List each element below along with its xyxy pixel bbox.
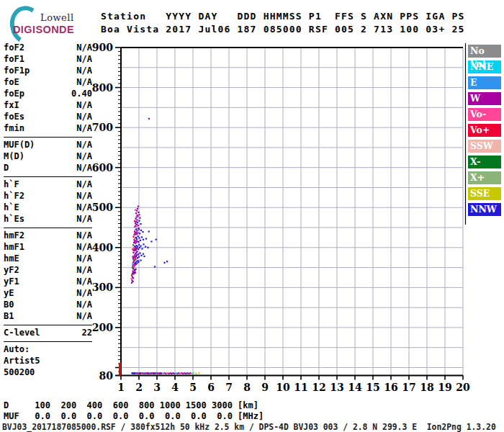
echo-point bbox=[176, 373, 178, 374]
legend-item-vo-: Vo- bbox=[468, 108, 501, 121]
echo-point bbox=[135, 228, 137, 230]
y-axis-label-800: 800 bbox=[92, 82, 113, 94]
echo-point bbox=[189, 372, 191, 374]
echo-point bbox=[135, 218, 136, 220]
echo-point bbox=[142, 231, 143, 233]
echo-point bbox=[135, 221, 137, 222]
echo-point bbox=[135, 272, 136, 274]
echo-point bbox=[141, 248, 143, 249]
ionogram-screen: Lowell DIGISONDE Station YYYY DAY DDD HH… bbox=[0, 0, 504, 432]
echo-point bbox=[136, 262, 138, 264]
echo-point bbox=[161, 372, 162, 374]
legend-item-vo+: Vo+ bbox=[468, 124, 501, 137]
x-axis-label-2: 2 bbox=[135, 382, 143, 393]
echo-point bbox=[140, 240, 141, 241]
echo-point bbox=[143, 239, 144, 240]
echo-point bbox=[136, 219, 138, 220]
echo-point bbox=[140, 255, 142, 256]
legend-item-e: E bbox=[468, 76, 501, 89]
echo-point bbox=[140, 245, 141, 246]
y-axis-label-900: 900 bbox=[92, 42, 113, 53]
echo-point bbox=[166, 261, 168, 262]
echo-point bbox=[138, 220, 140, 221]
echo-point bbox=[132, 256, 133, 257]
echo-point bbox=[138, 244, 140, 246]
echo-point bbox=[150, 240, 152, 242]
y-axis-label-700: 700 bbox=[92, 122, 113, 133]
echo-point bbox=[143, 256, 145, 257]
legend-item-x-: X- bbox=[468, 156, 501, 168]
echo-point bbox=[136, 210, 138, 212]
echo-point bbox=[143, 253, 144, 255]
echo-point bbox=[165, 373, 166, 374]
echo-point bbox=[135, 269, 136, 270]
legend-item-w: W bbox=[468, 92, 501, 105]
fmin-marker bbox=[119, 363, 121, 376]
echo-point bbox=[130, 278, 132, 279]
echo-point bbox=[138, 253, 139, 255]
x-axis-label-17: 17 bbox=[402, 382, 415, 393]
echo-point bbox=[132, 252, 134, 253]
color-legend: No ValNNEEWVo-Vo+SSWX-X+SSENNW bbox=[468, 45, 501, 219]
echo-point bbox=[138, 237, 140, 238]
echo-point bbox=[135, 222, 136, 224]
echo-point bbox=[140, 230, 142, 231]
echo-point bbox=[135, 249, 137, 251]
echo-point bbox=[163, 372, 165, 374]
legend-item-sse: SSE bbox=[468, 187, 501, 200]
echo-point bbox=[136, 254, 138, 256]
echo-point bbox=[136, 223, 138, 225]
echo-point bbox=[137, 208, 138, 210]
y-axis-label-600: 600 bbox=[92, 162, 113, 174]
x-axis-label-18: 18 bbox=[420, 382, 433, 393]
echo-point bbox=[184, 372, 185, 374]
echo-point bbox=[145, 246, 146, 248]
echo-point bbox=[132, 244, 134, 246]
echo-point bbox=[132, 281, 133, 282]
x-axis-label-8: 8 bbox=[243, 382, 251, 393]
echo-point bbox=[139, 233, 140, 234]
y-axis-label-400: 400 bbox=[92, 242, 113, 253]
echo-point bbox=[175, 372, 176, 374]
x-axis-label-10: 10 bbox=[276, 382, 290, 393]
echo-point bbox=[137, 257, 138, 258]
echo-point bbox=[138, 229, 140, 230]
echo-point bbox=[135, 232, 137, 233]
x-axis-label-11: 11 bbox=[294, 382, 307, 393]
y-axis-label-300: 300 bbox=[92, 282, 113, 293]
echo-point bbox=[148, 230, 150, 232]
legend-item-ssw: SSW bbox=[468, 140, 501, 153]
echo-point bbox=[134, 220, 135, 222]
echo-point bbox=[138, 225, 139, 226]
x-axis-label-5: 5 bbox=[189, 382, 197, 393]
x-axis-label-6: 6 bbox=[207, 382, 215, 393]
echo-point bbox=[169, 372, 171, 374]
echo-point bbox=[132, 263, 133, 264]
echo-point bbox=[132, 266, 133, 268]
echo-point bbox=[139, 217, 140, 219]
echo-point bbox=[192, 372, 194, 374]
x-axis-label-12: 12 bbox=[312, 382, 325, 393]
x-axis-label-19: 19 bbox=[438, 382, 451, 393]
echo-point bbox=[138, 212, 139, 213]
echo-point bbox=[145, 238, 147, 239]
echo-point bbox=[139, 252, 140, 253]
echo-point bbox=[137, 215, 138, 217]
echo-point bbox=[179, 373, 181, 374]
echo-point bbox=[148, 118, 150, 120]
y-axis-label-80: 80 bbox=[99, 370, 114, 382]
y-axis-label-200: 200 bbox=[92, 322, 113, 333]
echo-point bbox=[136, 248, 138, 249]
echo-point bbox=[154, 266, 156, 267]
echo-point bbox=[166, 372, 168, 374]
echo-point bbox=[140, 259, 141, 261]
echo-point bbox=[185, 373, 186, 374]
muf-row: MUF 0.0 0.0 0.0 0.0 0.0 0.0 0.0 0.0 [MHz… bbox=[4, 411, 264, 421]
echo-point bbox=[163, 262, 165, 264]
echo-point bbox=[135, 240, 136, 241]
echo-point bbox=[135, 216, 137, 217]
echo-point bbox=[134, 230, 135, 232]
echo-point bbox=[136, 230, 138, 231]
echo-point bbox=[132, 248, 133, 250]
echo-point bbox=[143, 243, 144, 245]
